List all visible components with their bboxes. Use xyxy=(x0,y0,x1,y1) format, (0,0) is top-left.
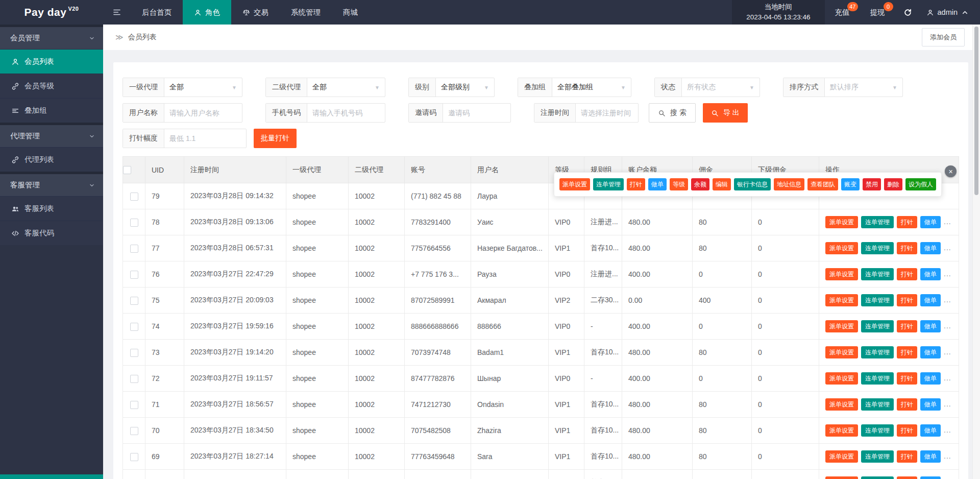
action-inject-button[interactable]: 打针 xyxy=(897,242,917,254)
row-more-button[interactable]: ... xyxy=(944,374,951,382)
refresh-button[interactable] xyxy=(895,0,920,25)
filter-status-select[interactable]: 所有状态▼ xyxy=(682,78,760,97)
row-more-button[interactable]: ... xyxy=(944,296,951,304)
inject-range-input[interactable] xyxy=(164,129,246,148)
action-inject-button[interactable]: 打针 xyxy=(897,320,917,332)
sidebar-group-member-management[interactable]: 会员管理 xyxy=(0,25,103,49)
sidebar-item-stack-group[interactable]: 叠加组 xyxy=(0,98,103,123)
action-dispatch-settings-button[interactable]: 派单设置 xyxy=(825,372,858,385)
row-more-button[interactable]: ... xyxy=(944,244,951,252)
row-checkbox[interactable] xyxy=(130,453,138,461)
action-chain-orders-button[interactable]: 连单管理 xyxy=(861,268,894,280)
action-inject-button[interactable]: 打针 xyxy=(897,294,917,306)
action-chain-orders-button[interactable]: 连单管理 xyxy=(861,242,894,254)
row-checkbox[interactable] xyxy=(130,375,138,383)
action-dispatch-settings-button[interactable]: 派单设置 xyxy=(825,398,858,411)
action-inject-button[interactable]: 打针 xyxy=(897,268,917,280)
action-inject-button[interactable]: 打针 xyxy=(897,372,917,385)
action-dispatch-settings-button[interactable]: 派单设置 xyxy=(825,320,858,332)
row-checkbox[interactable] xyxy=(130,427,138,435)
row-checkbox[interactable] xyxy=(130,297,138,305)
action-inject-button[interactable]: 打针 xyxy=(897,424,917,437)
sidebar-item-agent-list[interactable]: 代理列表 xyxy=(0,147,103,172)
filter-stack-group-select[interactable]: 全部叠加组▼ xyxy=(552,78,631,97)
popup-action-balance-button[interactable]: 余额 xyxy=(691,178,709,190)
row-more-button[interactable]: ... xyxy=(944,218,951,226)
row-checkbox[interactable] xyxy=(130,349,138,357)
action-inject-button[interactable]: 打针 xyxy=(897,216,917,228)
popup-action-set-fake-button[interactable]: 设为假人 xyxy=(905,178,936,190)
search-button[interactable]: 搜 索 xyxy=(649,103,696,123)
action-inject-button[interactable]: 打针 xyxy=(897,398,917,411)
recharge-button[interactable]: 充值 47 xyxy=(825,0,860,25)
popup-action-inject-button[interactable]: 打针 xyxy=(627,178,645,190)
action-dispatch-settings-button[interactable]: 派单设置 xyxy=(825,242,858,254)
add-member-button[interactable]: 添加会员 xyxy=(922,28,965,46)
row-more-button[interactable]: ... xyxy=(944,452,951,460)
action-dispatch-settings-button[interactable]: 派单设置 xyxy=(825,450,858,463)
withdraw-button[interactable]: 提现 0 xyxy=(860,0,895,25)
nav-item-trade[interactable]: 交易 xyxy=(231,0,280,25)
popup-action-view-team-button[interactable]: 查看团队 xyxy=(807,178,838,190)
popup-close-button[interactable]: × xyxy=(945,165,957,177)
row-more-button[interactable]: ... xyxy=(944,400,951,408)
action-dispatch-settings-button[interactable]: 派单设置 xyxy=(825,424,858,437)
action-chain-orders-button[interactable]: 连单管理 xyxy=(861,216,894,228)
action-dispatch-settings-button[interactable]: 派单设置 xyxy=(825,216,858,228)
row-more-button[interactable]: ... xyxy=(944,426,951,434)
row-more-button[interactable]: ... xyxy=(944,348,951,356)
popup-action-level-button[interactable]: 等级 xyxy=(670,178,688,190)
sidebar-group-service-management[interactable]: 客服管理 xyxy=(0,172,103,196)
action-make-order-button[interactable]: 做单 xyxy=(920,346,941,358)
popup-action-bank-card-info-button[interactable]: 银行卡信息 xyxy=(734,178,771,190)
nav-item-home[interactable]: 后台首页 xyxy=(131,0,183,25)
popup-action-dispatch-settings-button[interactable]: 派单设置 xyxy=(559,178,590,190)
popup-action-address-info-button[interactable]: 地址信息 xyxy=(774,178,804,190)
batch-inject-button[interactable]: 批量打针 xyxy=(254,129,297,148)
invite-code-input[interactable] xyxy=(443,104,510,122)
popup-action-delete-button[interactable]: 删除 xyxy=(884,178,902,190)
action-make-order-button[interactable]: 做单 xyxy=(920,268,941,280)
popup-action-edit-button[interactable]: 编辑 xyxy=(713,178,731,190)
action-make-order-button[interactable]: 做单 xyxy=(920,242,941,254)
nav-item-mall[interactable]: 商城 xyxy=(332,0,369,25)
action-make-order-button[interactable]: 做单 xyxy=(920,424,941,437)
nav-item-system[interactable]: 系统管理 xyxy=(280,0,332,25)
action-inject-button[interactable]: 打针 xyxy=(897,450,917,463)
action-make-order-button[interactable]: 做单 xyxy=(920,372,941,385)
nav-item-role[interactable]: 角色 xyxy=(183,0,231,25)
sidebar-item-service-code[interactable]: 客服代码 xyxy=(0,221,103,245)
action-make-order-button[interactable]: 做单 xyxy=(920,216,941,228)
select-all-checkbox[interactable] xyxy=(123,166,131,174)
action-make-order-button[interactable]: 做单 xyxy=(920,320,941,332)
filter-level-select[interactable]: 全部级别▼ xyxy=(436,78,494,97)
action-chain-orders-button[interactable]: 连单管理 xyxy=(861,450,894,463)
filter-agent1-select[interactable]: 全部▼ xyxy=(164,78,242,97)
row-checkbox[interactable] xyxy=(130,323,138,331)
filter-agent2-select[interactable]: 全部▼ xyxy=(307,78,385,97)
register-time-input[interactable] xyxy=(576,104,638,122)
action-dispatch-settings-button[interactable]: 派单设置 xyxy=(825,294,858,306)
action-make-order-button[interactable]: 做单 xyxy=(920,398,941,411)
row-checkbox[interactable] xyxy=(130,401,138,409)
row-checkbox[interactable] xyxy=(130,245,138,253)
user-menu[interactable]: admin xyxy=(920,0,980,25)
row-checkbox[interactable] xyxy=(130,271,138,279)
filter-sort-select[interactable]: 默认排序▼ xyxy=(825,78,902,97)
action-dispatch-settings-button[interactable]: 派单设置 xyxy=(825,476,858,479)
popup-action-balance-log-button[interactable]: 账变 xyxy=(841,178,860,190)
row-more-button[interactable]: ... xyxy=(944,270,951,278)
export-button[interactable]: 导 出 xyxy=(703,103,748,123)
action-chain-orders-button[interactable]: 连单管理 xyxy=(861,424,894,437)
popup-action-chain-orders-button[interactable]: 连单管理 xyxy=(593,178,624,190)
action-make-order-button[interactable]: 做单 xyxy=(920,476,941,479)
sidebar-item-member-list[interactable]: 会员列表 xyxy=(0,49,103,74)
sidebar-group-agent-management[interactable]: 代理管理 xyxy=(0,123,103,147)
action-inject-button[interactable]: 打针 xyxy=(897,476,917,479)
phone-input[interactable] xyxy=(307,104,385,122)
action-dispatch-settings-button[interactable]: 派单设置 xyxy=(825,268,858,280)
row-checkbox[interactable] xyxy=(130,193,138,201)
username-input[interactable] xyxy=(164,104,242,122)
action-chain-orders-button[interactable]: 连单管理 xyxy=(861,294,894,306)
action-chain-orders-button[interactable]: 连单管理 xyxy=(861,476,894,479)
